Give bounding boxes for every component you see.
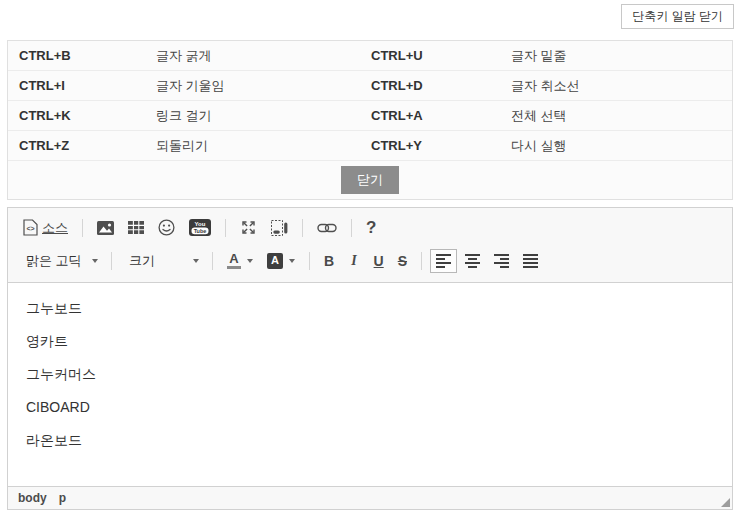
- shortcut-panel-footer: 닫기: [8, 161, 732, 199]
- maximize-button[interactable]: [234, 214, 263, 241]
- align-right-button[interactable]: [488, 249, 515, 273]
- dropdown-arrow-icon: [247, 259, 253, 263]
- help-icon: ?: [366, 219, 376, 236]
- toolbar-separator: [421, 252, 422, 270]
- align-left-icon: [436, 254, 451, 268]
- italic-button[interactable]: I: [342, 249, 365, 273]
- resize-handle-icon[interactable]: [721, 498, 730, 507]
- shortcut-row: CTRL+I 글자 기울임 CTRL+D 글자 취소선: [8, 71, 732, 101]
- align-center-button[interactable]: [459, 249, 486, 273]
- bg-color-icon: A: [267, 253, 283, 269]
- source-button-label: 소스: [42, 219, 68, 237]
- shortcut-desc: 글자 기울임: [156, 77, 371, 95]
- dropdown-arrow-icon: [289, 259, 295, 263]
- svg-text:<>: <>: [26, 225, 34, 232]
- help-button[interactable]: ?: [360, 214, 382, 241]
- underline-button[interactable]: U: [368, 249, 390, 273]
- shortcut-row: CTRL+K 링크 걸기 CTRL+A 전체 선택: [8, 101, 732, 131]
- font-family-value: 맑은 고딕: [26, 252, 82, 270]
- shortcut-desc: 글자 굵게: [156, 47, 371, 65]
- bold-icon: B: [324, 254, 334, 268]
- link-icon: [317, 222, 337, 234]
- source-icon: <>: [23, 219, 38, 236]
- toolbar-separator: [111, 252, 112, 270]
- background-color-button[interactable]: A: [261, 248, 301, 274]
- insert-image-button[interactable]: [91, 216, 120, 240]
- toolbar-separator: [212, 252, 213, 270]
- align-left-button[interactable]: [430, 249, 457, 273]
- link-button[interactable]: [311, 217, 343, 239]
- font-size-value: 크기: [129, 252, 155, 270]
- toolbar-separator: [82, 219, 83, 237]
- content-paragraph: 그누보드: [26, 299, 720, 318]
- show-blocks-button[interactable]: [265, 215, 294, 241]
- insert-youtube-button[interactable]: You Tube: [183, 214, 217, 241]
- align-right-icon: [494, 254, 509, 268]
- editor-status-bar: body p: [8, 486, 732, 509]
- bold-button[interactable]: B: [318, 249, 340, 273]
- align-center-icon: [465, 254, 480, 268]
- toolbar-row-2: 맑은 고딕 크기 A A B: [16, 244, 724, 277]
- toolbar-separator: [302, 219, 303, 237]
- toolbar-separator: [225, 219, 226, 237]
- strikethrough-icon: S: [398, 254, 407, 268]
- toolbar-separator: [351, 219, 352, 237]
- shortcut-key: CTRL+I: [19, 78, 156, 93]
- align-justify-button[interactable]: [517, 249, 544, 273]
- shortcut-desc: 전체 선택: [511, 107, 732, 125]
- shortcut-key: CTRL+A: [371, 108, 511, 123]
- shortcut-key: CTRL+K: [19, 108, 156, 123]
- font-size-dropdown[interactable]: 크기: [119, 249, 205, 273]
- insert-table-button[interactable]: [122, 216, 150, 239]
- italic-icon: I: [348, 254, 359, 268]
- toolbar-separator: [309, 252, 310, 270]
- insert-smiley-button[interactable]: [152, 214, 181, 241]
- source-button[interactable]: <> 소스: [17, 214, 74, 242]
- text-color-icon: A: [227, 252, 241, 269]
- toolbar-row-1: <> 소스: [16, 211, 724, 244]
- content-paragraph: 라온보드: [26, 431, 720, 450]
- shortcut-row: CTRL+B 글자 굵게 CTRL+U 글자 밑줄: [8, 41, 732, 71]
- element-path-p[interactable]: p: [59, 491, 66, 505]
- table-icon: [128, 221, 144, 234]
- text-color-button[interactable]: A: [221, 247, 259, 274]
- shortcut-panel: CTRL+B 글자 굵게 CTRL+U 글자 밑줄 CTRL+I 글자 기울임 …: [7, 40, 733, 200]
- shortcut-desc: 링크 걸기: [156, 107, 371, 125]
- svg-text:Tube: Tube: [194, 228, 207, 234]
- shortcut-desc: 글자 취소선: [511, 77, 732, 95]
- editor-frame: <> 소스: [7, 207, 733, 510]
- smiley-icon: [158, 219, 175, 236]
- strikethrough-button[interactable]: S: [392, 249, 413, 273]
- shortcut-list-close-button[interactable]: 단축키 일람 닫기: [621, 4, 734, 29]
- shortcut-desc: 글자 밑줄: [511, 47, 732, 65]
- shortcut-key: CTRL+B: [19, 48, 156, 63]
- maximize-icon: [240, 219, 257, 236]
- dropdown-arrow-icon: [92, 259, 98, 263]
- content-paragraph: 영카트: [26, 332, 720, 351]
- youtube-icon: You Tube: [189, 219, 211, 236]
- shortcut-key: CTRL+U: [371, 48, 511, 63]
- content-paragraph: 그누커머스: [26, 365, 720, 384]
- image-icon: [97, 221, 114, 235]
- svg-text:You: You: [195, 221, 206, 227]
- shortcut-key: CTRL+Y: [371, 138, 511, 153]
- editor-content-area[interactable]: 그누보드 영카트 그누커머스 CIBOARD 라온보드: [8, 283, 732, 486]
- font-family-dropdown[interactable]: 맑은 고딕: [16, 249, 104, 273]
- dropdown-arrow-icon: [193, 259, 199, 263]
- shortcut-key: CTRL+Z: [19, 138, 156, 153]
- shortcut-key: CTRL+D: [371, 78, 511, 93]
- shortcut-row: CTRL+Z 되돌리기 CTRL+Y 다시 실행: [8, 131, 732, 161]
- element-path-body[interactable]: body: [18, 491, 47, 505]
- editor-toolbar: <> 소스: [8, 208, 732, 283]
- shortcut-desc: 되돌리기: [156, 137, 371, 155]
- shortcut-desc: 다시 실행: [511, 137, 732, 155]
- close-button[interactable]: 닫기: [341, 166, 399, 194]
- content-paragraph: CIBOARD: [26, 398, 720, 417]
- show-blocks-icon: [271, 220, 288, 236]
- underline-icon: U: [374, 254, 384, 268]
- align-justify-icon: [523, 254, 538, 268]
